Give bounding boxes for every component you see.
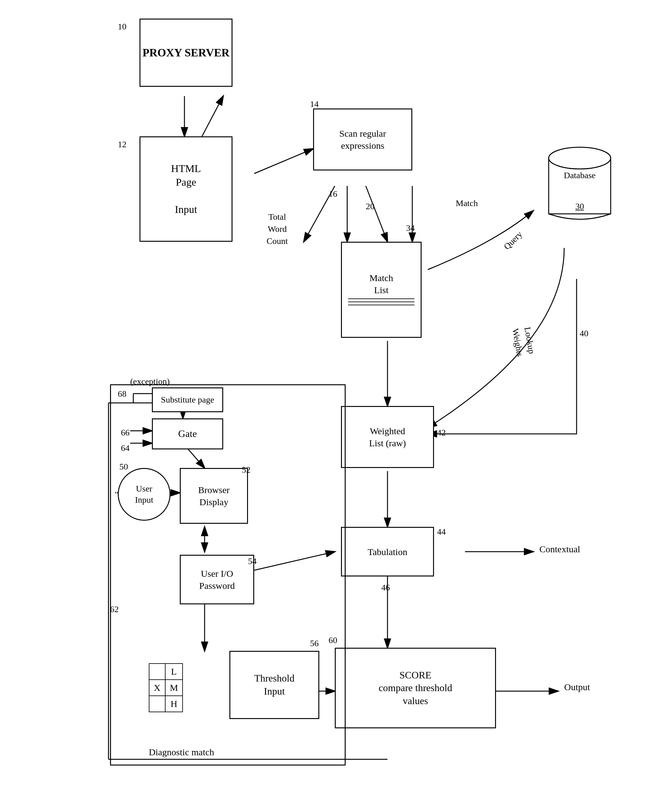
proxy-server-box: PROXY SERVER (140, 19, 233, 87)
ref-34-label: 34 (406, 223, 415, 233)
ref-44-label: 44 (437, 527, 446, 537)
ref-14-label: 14 (310, 99, 319, 109)
outer-rect (110, 384, 346, 765)
database-shape: Database 30 (545, 140, 614, 226)
ref-40-label: 40 (580, 328, 588, 338)
database-svg (545, 140, 614, 226)
output-label: Output (564, 682, 590, 692)
ref-16-label: 16 (329, 189, 337, 199)
query-label: Query (502, 229, 524, 252)
svg-line-8 (366, 186, 387, 242)
svg-point-31 (549, 147, 611, 169)
ref-42-label: 42 (437, 428, 446, 438)
ref-10-label: 10 (118, 22, 127, 32)
match-label: Match (456, 198, 478, 208)
svg-line-6 (202, 96, 223, 137)
ref-20-label: 20 (366, 201, 374, 211)
weighted-list-box: WeightedList (raw) (341, 406, 434, 468)
contextual-label: Contextual (539, 544, 580, 554)
tabulation-box: Tabulation (341, 527, 434, 577)
ref-12-label: 12 (118, 140, 127, 149)
html-page-box: HTMLPageInput (140, 136, 233, 242)
lookup-weights-label: LookupWeights (509, 325, 538, 357)
diagram: PROXY SERVER 10 HTMLPageInput 12 Scan re… (0, 0, 664, 812)
ref-46-label: 46 (381, 583, 390, 593)
score-box: SCOREcompare thresholdvalues (335, 648, 496, 728)
scan-regex-box: Scan regularexpressions (313, 109, 412, 171)
match-list-box: MatchList (341, 242, 422, 338)
total-word-count-label: TotalWordCount (267, 211, 288, 247)
svg-line-5 (254, 149, 313, 174)
